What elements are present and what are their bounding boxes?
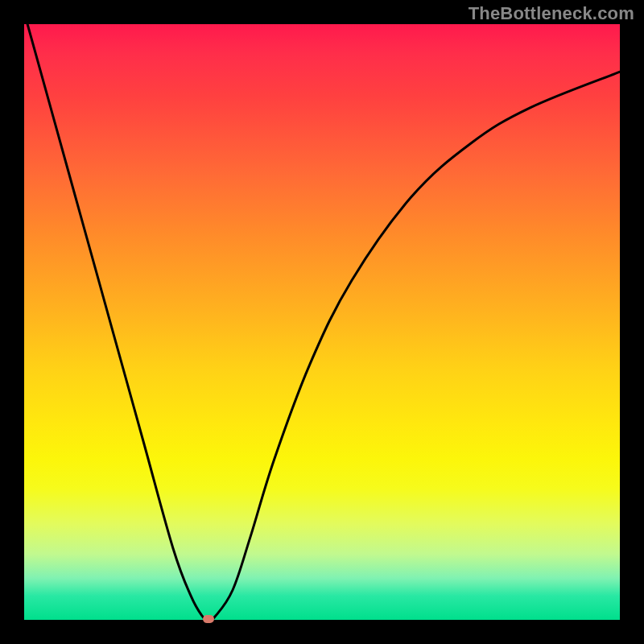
- attribution-label: TheBottleneck.com: [469, 3, 634, 24]
- chart-container: TheBottleneck.com: [0, 0, 644, 644]
- bottleneck-curve: [24, 24, 620, 620]
- plot-area: [24, 24, 620, 620]
- optimum-marker: [203, 615, 214, 623]
